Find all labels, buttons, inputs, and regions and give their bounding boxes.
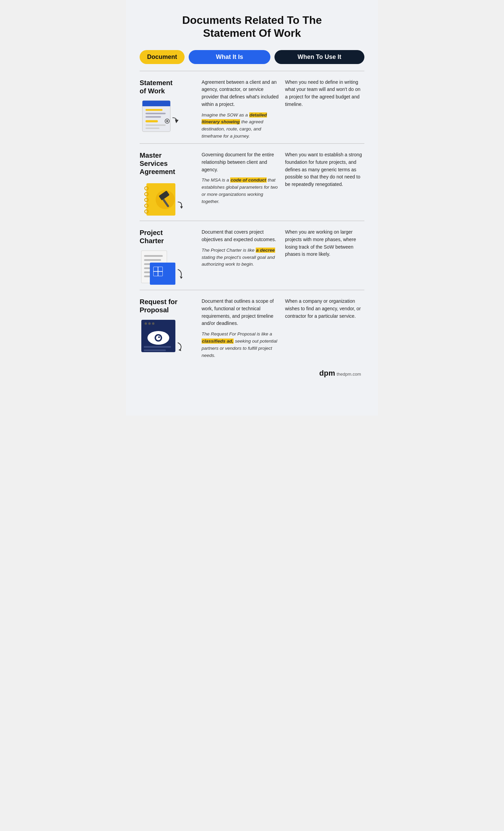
header-row: Document What It Is When To Use It bbox=[140, 50, 364, 64]
sow-what: Agreement between a client and an agency… bbox=[202, 79, 281, 140]
svg-rect-30 bbox=[154, 267, 158, 271]
msa-name: MasterServicesAgreement bbox=[140, 151, 175, 176]
charter-icon bbox=[140, 249, 184, 286]
rfp-name: Request forProposal bbox=[140, 298, 177, 314]
sow-icon-area bbox=[140, 99, 184, 137]
svg-rect-3 bbox=[145, 109, 162, 111]
msa-icon bbox=[140, 180, 184, 217]
svg-marker-20 bbox=[180, 206, 183, 209]
charter-icon-area bbox=[140, 249, 184, 286]
charter-analogy: The Project Charter is like a decree sta… bbox=[202, 247, 281, 268]
sow-when: When you need to define in writing what … bbox=[285, 79, 364, 108]
sow-analogy: Imagine the SOW as a detaileditinerary s… bbox=[202, 112, 281, 140]
svg-point-41 bbox=[156, 335, 161, 340]
svg-rect-22 bbox=[144, 255, 163, 257]
rfp-icon-area bbox=[140, 318, 184, 356]
sow-name: Statementof Work bbox=[140, 79, 173, 95]
svg-point-42 bbox=[158, 336, 160, 338]
header-what-label: What It Is bbox=[189, 50, 270, 64]
sow-highlight: detaileditinerary showing bbox=[202, 112, 267, 125]
page-title: Documents Related To TheStatement Of Wor… bbox=[140, 14, 364, 40]
svg-rect-32 bbox=[154, 272, 158, 276]
page: Documents Related To TheStatement Of Wor… bbox=[126, 0, 378, 416]
sow-what-main: Agreement between a client and an agency… bbox=[202, 79, 281, 108]
svg-rect-6 bbox=[145, 120, 158, 122]
sow-left: Statementof Work bbox=[140, 79, 198, 137]
row-rfp: Request forProposal bbox=[140, 290, 364, 362]
msa-what-main: Governing document for the entire relati… bbox=[202, 151, 281, 173]
svg-rect-9 bbox=[145, 124, 166, 126]
header-when-label: When To Use It bbox=[274, 50, 364, 64]
svg-rect-10 bbox=[145, 127, 159, 129]
svg-rect-31 bbox=[158, 267, 162, 271]
charter-what-main: Document that covers project objectives … bbox=[202, 229, 281, 243]
rfp-highlight: classifieds ad, bbox=[202, 339, 234, 344]
msa-highlight: code of conduct bbox=[230, 177, 266, 183]
svg-point-36 bbox=[145, 323, 147, 325]
svg-point-38 bbox=[152, 323, 155, 325]
svg-rect-2 bbox=[142, 105, 170, 106]
svg-rect-23 bbox=[144, 259, 161, 261]
msa-what: Governing document for the entire relati… bbox=[202, 151, 281, 205]
charter-name: ProjectCharter bbox=[140, 229, 164, 245]
charter-left: ProjectCharter bbox=[140, 229, 198, 286]
svg-rect-5 bbox=[145, 116, 161, 118]
footer: dpm thedpm.com bbox=[140, 369, 364, 378]
svg-rect-4 bbox=[145, 113, 166, 114]
rfp-what-main: Document that outlines a scope of work, … bbox=[202, 298, 281, 327]
row-sow: Statementof Work bbox=[140, 71, 364, 143]
rfp-when: When a company or organization wishes to… bbox=[285, 298, 364, 320]
msa-analogy: The MSA is a code of conduct that establ… bbox=[202, 177, 281, 205]
msa-left: MasterServicesAgreement bbox=[140, 151, 198, 217]
svg-rect-33 bbox=[158, 272, 162, 276]
sow-icon bbox=[140, 99, 180, 133]
svg-point-37 bbox=[148, 323, 151, 325]
msa-when: When you want to establish a strong foun… bbox=[285, 151, 364, 188]
rfp-analogy: The Request For Proposal is like a class… bbox=[202, 331, 281, 359]
row-msa: MasterServicesAgreement bbox=[140, 143, 364, 221]
svg-rect-43 bbox=[144, 346, 171, 348]
rfp-icon bbox=[140, 318, 184, 356]
svg-marker-34 bbox=[180, 276, 183, 279]
charter-what: Document that covers project objectives … bbox=[202, 229, 281, 268]
charter-highlight: a decree bbox=[256, 248, 275, 253]
footer-url: thedpm.com bbox=[336, 372, 361, 377]
rfp-left: Request forProposal bbox=[140, 298, 198, 356]
footer-brand: dpm bbox=[319, 369, 335, 377]
svg-rect-44 bbox=[144, 349, 166, 351]
msa-icon-area bbox=[140, 180, 184, 217]
rfp-what: Document that outlines a scope of work, … bbox=[202, 298, 281, 359]
header-document-label: Document bbox=[140, 50, 185, 64]
row-charter: ProjectCharter bbox=[140, 221, 364, 290]
svg-point-8 bbox=[166, 120, 168, 122]
charter-when: When you are working on larger projects … bbox=[285, 229, 364, 258]
